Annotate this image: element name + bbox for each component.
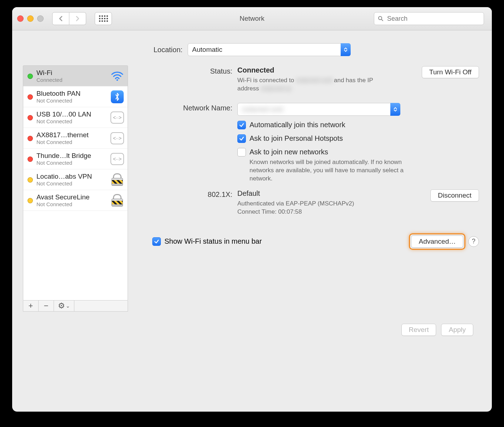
zoom-button[interactable] bbox=[37, 15, 44, 22]
status-dot-icon bbox=[28, 177, 33, 183]
help-button[interactable]: ? bbox=[468, 236, 479, 247]
svg-line-1 bbox=[381, 19, 383, 21]
chevron-down-icon: ⌄ bbox=[66, 303, 70, 309]
status-dot-icon bbox=[28, 157, 33, 162]
service-item[interactable]: USB 10/…00 LANNot Connected<··> bbox=[23, 107, 128, 128]
services-sidebar: Wi-FiConnectedBluetooth PANNot Connected… bbox=[23, 65, 128, 312]
detail-pane: Status: Connected Wi-Fi is connected to … bbox=[137, 65, 481, 312]
location-value: Automatic bbox=[192, 46, 222, 54]
bluetooth-icon bbox=[111, 90, 124, 103]
disconnect-button[interactable]: Disconnect bbox=[430, 189, 479, 202]
services-toolbar: + − ⚙︎ ⌄ bbox=[23, 301, 128, 312]
status-dot-icon bbox=[28, 74, 33, 79]
status-dot-icon bbox=[28, 198, 33, 203]
nav-segment bbox=[52, 12, 86, 25]
remove-service-button[interactable]: − bbox=[39, 301, 54, 311]
service-status: Connected bbox=[36, 77, 107, 83]
add-service-button[interactable]: + bbox=[23, 301, 39, 311]
network-name-label: Network Name: bbox=[139, 103, 237, 183]
service-name: Wi-Fi bbox=[36, 69, 107, 77]
traffic-lights bbox=[17, 15, 44, 22]
service-item[interactable]: Wi-FiConnected bbox=[23, 66, 128, 86]
service-name: AX8817…thernet bbox=[36, 131, 107, 139]
revert-button[interactable]: Revert bbox=[401, 324, 436, 336]
search-field[interactable] bbox=[374, 12, 484, 25]
dot1x-value: Default bbox=[237, 189, 423, 198]
dot1x-time-text: Connect Time: 00:07:58 bbox=[237, 208, 395, 216]
ask-new-networks-description: Known networks will be joined automatica… bbox=[249, 158, 407, 183]
service-status: Not Connected bbox=[36, 139, 107, 145]
close-button[interactable] bbox=[17, 15, 24, 22]
service-name: Thunde…lt Bridge bbox=[36, 152, 107, 160]
ask-new-networks-label: Ask to join new networks bbox=[249, 148, 407, 156]
status-label: Status: bbox=[139, 66, 237, 93]
ethernet-icon: <··> bbox=[110, 132, 124, 144]
apply-button[interactable]: Apply bbox=[441, 324, 473, 336]
grid-icon bbox=[99, 15, 108, 22]
lock-icon bbox=[112, 194, 123, 207]
service-status: Not Connected bbox=[36, 118, 107, 124]
select-stepper-icon bbox=[341, 43, 351, 56]
service-status: Not Connected bbox=[36, 201, 107, 207]
wifi-icon bbox=[111, 71, 123, 81]
lock-icon bbox=[112, 173, 123, 186]
svg-point-2 bbox=[117, 79, 118, 80]
search-input[interactable] bbox=[386, 15, 480, 23]
turn-wifi-off-button[interactable]: Turn Wi-Fi Off bbox=[422, 66, 479, 78]
ethernet-icon: <··> bbox=[110, 153, 124, 165]
status-description: Wi-Fi is connected to redacted-ssid and … bbox=[237, 76, 395, 93]
service-name: Locatio…abs VPN bbox=[36, 173, 107, 180]
status-dot-icon bbox=[28, 94, 33, 100]
service-item[interactable]: AX8817…thernetNot Connected<··> bbox=[23, 128, 128, 149]
advanced-highlight: Advanced… bbox=[411, 235, 463, 248]
status-dot-icon bbox=[28, 136, 33, 141]
location-label: Location: bbox=[153, 46, 182, 54]
dot1x-label: 802.1X: bbox=[139, 189, 237, 216]
service-name: Avast SecureLine bbox=[36, 193, 107, 201]
service-status: Not Connected bbox=[36, 98, 107, 104]
gear-icon: ⚙︎ bbox=[58, 301, 65, 311]
back-button[interactable] bbox=[52, 12, 69, 25]
status-dot-icon bbox=[28, 115, 33, 120]
ask-new-networks-checkbox[interactable] bbox=[237, 148, 246, 157]
minimize-button[interactable] bbox=[27, 15, 34, 22]
network-name-select[interactable]: redacted-ssid bbox=[237, 103, 400, 116]
service-item[interactable]: Locatio…abs VPNNot Connected bbox=[23, 169, 128, 190]
footer: Revert Apply bbox=[23, 324, 481, 336]
service-item[interactable]: Avast SecureLineNot Connected bbox=[23, 190, 128, 211]
titlebar: Network bbox=[12, 7, 492, 30]
forward-button[interactable] bbox=[69, 12, 86, 25]
service-item[interactable]: Thunde…lt BridgeNot Connected<··> bbox=[23, 149, 128, 169]
show-menubar-label: Show Wi-Fi status in menu bar bbox=[164, 237, 262, 245]
service-status: Not Connected bbox=[36, 180, 107, 187]
search-icon bbox=[378, 16, 384, 21]
network-name-value: redacted-ssid bbox=[242, 105, 283, 113]
service-name: Bluetooth PAN bbox=[36, 90, 107, 98]
service-name: USB 10/…00 LAN bbox=[36, 110, 107, 118]
dot1x-auth-text: Authenticated via EAP-PEAP (MSCHAPv2) bbox=[237, 200, 395, 208]
auto-join-checkbox[interactable] bbox=[237, 121, 246, 129]
show-all-button[interactable] bbox=[95, 12, 112, 25]
service-item[interactable]: Bluetooth PANNot Connected bbox=[23, 86, 128, 107]
ethernet-icon: <··> bbox=[110, 111, 124, 124]
ask-hotspots-checkbox[interactable] bbox=[237, 134, 246, 143]
ask-hotspots-label: Ask to join Personal Hotspots bbox=[249, 134, 343, 143]
service-status: Not Connected bbox=[36, 160, 107, 166]
show-menubar-checkbox[interactable] bbox=[152, 237, 161, 246]
select-stepper-icon bbox=[390, 103, 400, 116]
advanced-button[interactable]: Advanced… bbox=[411, 235, 463, 248]
services-list[interactable]: Wi-FiConnectedBluetooth PANNot Connected… bbox=[23, 65, 128, 301]
status-value: Connected bbox=[237, 66, 415, 74]
auto-join-label: Automatically join this network bbox=[249, 121, 345, 129]
location-select[interactable]: Automatic bbox=[188, 43, 351, 56]
network-preferences-window: Network Location: Automatic Wi-FiConnect… bbox=[12, 7, 492, 412]
service-actions-button[interactable]: ⚙︎ ⌄ bbox=[54, 301, 74, 311]
